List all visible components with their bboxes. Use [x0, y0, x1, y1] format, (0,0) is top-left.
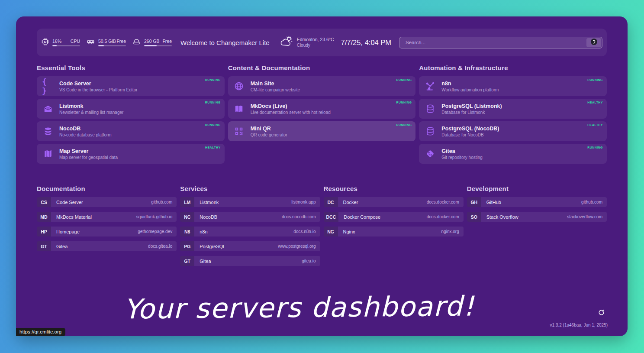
bookmark-item[interactable]: MDMkDocs Materialsquidfunk.github.io [37, 212, 177, 222]
bookmark-item[interactable]: NCNocoDBdocs.nocodb.com [180, 212, 320, 222]
service-title: Main Site [251, 81, 300, 87]
bookmark-abbr: NG [324, 227, 338, 236]
status-badge: HEALTHY [587, 101, 603, 104]
datetime-text: 7/7/25, 4:04 PM [341, 39, 392, 47]
stat-text: 50.5 GiBFree [98, 39, 126, 44]
service-card[interactable]: Mini QRQR code generatorRUNNING [228, 121, 416, 141]
bookmark-host: listmonk.app [291, 200, 316, 204]
bookmark-host: docs.docker.com [427, 200, 459, 204]
bookmark-abbr: DCC [324, 212, 339, 222]
bookmark-item[interactable]: GHGitHubgithub.com [467, 197, 607, 207]
bookmark-name: Gitea [56, 244, 68, 249]
service-group: Essential Tools{ }Code ServerVS Code in … [37, 64, 225, 164]
service-title: PostgreSQL (Listmonk) [441, 103, 502, 110]
bookmark-abbr: LM [180, 197, 194, 207]
bookmark-item[interactable]: N8n8ndocs.n8n.io [180, 227, 320, 236]
qr-code-icon [233, 126, 245, 136]
bookmark-item[interactable]: GTGiteadocs.gitea.io [37, 241, 177, 251]
bookmark-item[interactable]: HPHomepagegethomepage.dev [37, 227, 177, 236]
refresh-button[interactable] [598, 309, 605, 316]
service-card-text: ListmonkNewsletter & mailing list manage… [59, 103, 123, 115]
service-card[interactable]: { }Code ServerVS Code in the browser - P… [37, 76, 225, 96]
bookmark-group: DevelopmentGHGitHubgithub.comSOStack Ove… [467, 185, 607, 222]
service-card[interactable]: Main SiteCM-lite campaign websiteRUNNING [228, 76, 416, 96]
service-title: Listmonk [59, 103, 123, 110]
git-icon [424, 149, 436, 159]
bookmark-group: ResourcesDCDockerdocs.docker.comDCCDocke… [324, 185, 464, 236]
bookmark-name: NocoDB [200, 214, 217, 220]
stat-bar-fill [144, 45, 157, 47]
bookmark-abbr: N8 [180, 227, 194, 236]
service-card-text: Map ServerMap server for geospatial data [59, 148, 118, 160]
stat-label: CPU [71, 39, 80, 44]
stat-body: 50.5 GiBFree [98, 39, 126, 47]
bookmark-abbr: HP [37, 227, 51, 236]
search-input[interactable] [405, 39, 586, 45]
stat-body: 16%CPU [52, 39, 80, 47]
bookmark-item[interactable]: LMListmonklistmonk.app [180, 197, 320, 207]
bookmark-abbr: MD [37, 212, 51, 222]
resource-stats: 16%CPU50.5 GiBFree260 GBFree [41, 38, 172, 48]
bookmark-name: Listmonk [200, 200, 219, 205]
service-description: Live documentation server with hot reloa… [251, 110, 331, 115]
bookmark-item[interactable]: DCDockerdocs.docker.com [324, 197, 464, 207]
service-title: PostgreSQL (NocoDB) [441, 126, 499, 132]
stat-value: 16% [52, 39, 61, 44]
stat-bar [98, 45, 126, 47]
weather-widget[interactable]: Edmonton, 23.6°C Cloudy [280, 36, 334, 49]
bookmark-item[interactable]: CSCode Servergithub.com [37, 197, 177, 207]
service-description: Git repository hosting [441, 155, 483, 160]
bookmark-groups: DocumentationCSCode Servergithub.comMDMk… [37, 185, 607, 266]
status-badge: RUNNING [587, 78, 603, 81]
service-description: VS Code in the browser - Platform Editor [59, 87, 138, 92]
refresh-icon [598, 311, 605, 317]
service-card[interactable]: NocoDBNo-code database platformRUNNING [37, 121, 225, 141]
bookmark-item[interactable]: PGPostgreSQLwww.postgresql.org [180, 241, 320, 251]
status-badge: RUNNING [587, 146, 603, 149]
service-group: Automation & Infrastructuren8nWorkflow a… [419, 64, 607, 164]
service-card[interactable]: MkDocs (Live)Live documentation server w… [228, 99, 416, 119]
bookmark-group-title: Services [180, 185, 320, 192]
bookmark-item[interactable]: SOStack Overflowstackoverflow.com [467, 212, 607, 222]
service-group-title: Automation & Infrastructure [419, 64, 607, 71]
service-card[interactable]: Map ServerMap server for geospatial data… [37, 144, 225, 164]
globe-icon [233, 81, 245, 91]
service-card[interactable]: n8nWorkflow automation platformRUNNING [419, 76, 607, 96]
status-badge: RUNNING [396, 123, 412, 126]
bookmark-item[interactable]: GTGiteagitea.io [180, 256, 320, 266]
bookmark-item[interactable]: DCCDocker Composedocs.docker.com [324, 212, 464, 222]
service-card-text: MkDocs (Live)Live documentation server w… [251, 103, 331, 115]
stat-free: 50.5 GiBFree [86, 38, 126, 48]
stat-value: 50.5 GiB [98, 39, 116, 44]
service-description: Map server for geospatial data [59, 155, 118, 160]
version-text: v1.3.2 (1a46baa, Jun 1, 2025) [550, 323, 608, 327]
memory-icon [86, 38, 95, 48]
service-description: Database for Listmonk [441, 110, 502, 115]
bookmark-host: stackoverflow.com [567, 214, 602, 219]
search-provider-button[interactable] [586, 38, 601, 47]
service-card[interactable]: PostgreSQL (Listmonk)Database for Listmo… [419, 99, 607, 119]
bookmark-name: Docker [343, 200, 358, 205]
code-icon: { } [42, 77, 54, 95]
bookmark-abbr: GT [37, 241, 51, 251]
bookmark-item[interactable]: NGNginxnginx.org [324, 227, 464, 236]
bookmark-name: Gitea [200, 259, 211, 264]
status-badge: RUNNING [205, 78, 221, 81]
service-title: Code Server [59, 81, 138, 87]
bookmark-name: n8n [200, 229, 207, 234]
service-group-title: Content & Documentation [228, 64, 416, 71]
bookmark-group-title: Resources [324, 185, 464, 192]
service-card[interactable]: PostgreSQL (NocoDB)Database for NocoDBHE… [419, 121, 607, 141]
book-icon [233, 104, 245, 113]
stat-cpu: 16%CPU [41, 38, 80, 48]
service-card-text: PostgreSQL (NocoDB)Database for NocoDB [441, 126, 499, 137]
bookmark-abbr: GH [467, 197, 481, 207]
service-card[interactable]: GiteaGit repository hostingRUNNING [419, 144, 607, 164]
stat-label: Free [116, 39, 126, 44]
bookmark-host: github.com [151, 200, 172, 204]
bookmark-group-title: Development [467, 185, 607, 192]
service-card[interactable]: ListmonkNewsletter & mailing list manage… [37, 99, 225, 119]
service-description: Newsletter & mailing list manager [59, 110, 123, 115]
search-bar[interactable] [399, 37, 602, 49]
bookmark-list: CSCode Servergithub.comMDMkDocs Material… [37, 197, 177, 251]
